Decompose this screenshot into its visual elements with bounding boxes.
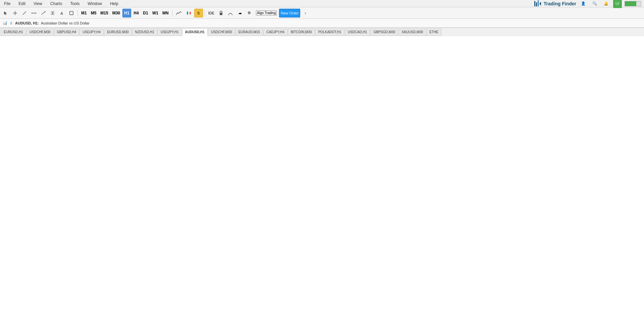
right-header: Trading Finder 👤 🔍 🔔 LV [534, 0, 641, 8]
algo-trading-btn[interactable]: Algo Trading [254, 9, 278, 17]
tab-gbpsgd-m30[interactable]: GBPSGD,M30 [370, 29, 398, 36]
hline-tool[interactable] [30, 9, 38, 17]
cloud-btn[interactable]: ☁ [235, 9, 244, 17]
text-tool[interactable]: A [58, 9, 66, 17]
tab-cadjpy-h4[interactable]: CADJPY,H4 [263, 29, 287, 36]
profile-icon[interactable]: 👤 [579, 0, 588, 8]
tab-usdjpy-h4[interactable]: USDJPY,H4 [79, 29, 104, 36]
symbol-name: AUDUSD, H1: [15, 21, 39, 25]
svg-point-11 [45, 11, 46, 12]
svg-rect-17 [70, 11, 73, 15]
svg-rect-0 [534, 1, 535, 6]
svg-point-9 [36, 12, 37, 13]
tab-xauusd-m30[interactable]: XAUUSD,M30 [398, 29, 426, 36]
signal-btn[interactable] [226, 9, 235, 17]
tab-gbpusd-h4[interactable]: GBPUSD,H4 [54, 29, 79, 36]
tab-ethe[interactable]: ETHE [426, 29, 441, 36]
algo-trading-label: Algo Trading [256, 10, 277, 15]
ide-btn[interactable]: IDE [207, 9, 216, 17]
tf-d1[interactable]: D1 [141, 9, 150, 17]
cursor-tool[interactable] [1, 9, 10, 17]
tf-w1[interactable]: W1 [151, 9, 160, 17]
brand-name: Trading Finder [544, 1, 576, 6]
chart-icon: 📊 [3, 21, 7, 25]
tab-nzdusd-h1[interactable]: NZDUSD,H1 [132, 29, 157, 36]
candle-icon: 🕯 [9, 21, 13, 25]
search-icon[interactable]: 🔍 [590, 0, 599, 8]
chart-type-line[interactable] [174, 9, 183, 17]
toolbar: A M1 M5 M15 M30 H1 H4 D1 W1 MN S IDE ☁ ⚙ [0, 7, 644, 19]
svg-rect-1 [536, 2, 537, 6]
crosshair-tool[interactable] [11, 9, 19, 17]
menu-charts[interactable]: Charts [49, 1, 63, 7]
menu-view[interactable]: View [32, 1, 44, 7]
line-tool[interactable] [20, 9, 29, 17]
tab-eurusd-m30[interactable]: EURUSD,M30 [104, 29, 131, 36]
tf-m5[interactable]: M5 [89, 9, 98, 17]
menu-bar: File Edit View Charts Tools Window Help … [0, 0, 644, 7]
menu-help[interactable]: Help [109, 1, 120, 7]
brand-icon [534, 0, 542, 8]
tf-mn[interactable]: MN [161, 9, 170, 17]
menu-window[interactable]: Window [86, 1, 103, 7]
chart-type-candle[interactable] [184, 9, 194, 17]
notification-icon[interactable]: 🔔 [602, 0, 610, 8]
svg-point-8 [32, 12, 33, 13]
svg-line-10 [42, 12, 45, 14]
tab-usdjpy-h1[interactable]: USDJPY,H1 [158, 29, 182, 36]
trendline-tool[interactable] [39, 9, 48, 17]
live-icon[interactable]: LV [613, 0, 622, 8]
brand-logo: Trading Finder [534, 0, 576, 8]
svg-rect-21 [190, 12, 191, 14]
tab-usdcad-h1[interactable]: USDCAD,H1 [345, 29, 370, 36]
new-order-label: New Order [281, 11, 299, 15]
tab-audusd-h1[interactable]: AUDUSD,H1 [182, 29, 208, 36]
tf-m15[interactable]: M15 [99, 9, 110, 17]
tf-h1[interactable]: H1 [122, 9, 131, 17]
svg-text:A: A [60, 11, 63, 15]
sep1 [77, 10, 78, 16]
more-btn[interactable]: › [301, 9, 310, 17]
tab-bitcoin-m30[interactable]: BITCOIN,M30 [288, 29, 315, 36]
tf-m1[interactable]: M1 [79, 9, 89, 17]
tab-usdchf-m30[interactable]: USDCHF,M30 [26, 29, 54, 36]
symbol-description: Australian Dollar vs US Dollar [41, 21, 90, 25]
shapes-tool[interactable] [67, 9, 76, 17]
lock-btn[interactable] [217, 9, 225, 17]
svg-rect-24 [220, 13, 222, 15]
svg-line-6 [23, 11, 26, 15]
new-order-btn[interactable]: New Order [279, 9, 300, 17]
svg-marker-3 [539, 2, 541, 6]
progress-bar [625, 1, 641, 6]
tab-usdchf-m30b[interactable]: USDCHF,M30 [208, 29, 235, 36]
fibo-tool[interactable] [48, 9, 57, 17]
tab-eurusd-h1[interactable]: EURUSD,H1 [1, 29, 26, 36]
menu-file[interactable]: File [3, 1, 12, 7]
menu-tools[interactable]: Tools [69, 1, 81, 7]
tf-m30[interactable]: M30 [111, 9, 122, 17]
menu-edit[interactable]: Edit [17, 1, 27, 7]
symbol-bar: 📊 🕯 AUDUSD, H1: Australian Dollar vs US … [0, 19, 644, 28]
svg-rect-18 [187, 12, 188, 14]
volume-btn[interactable]: S [194, 9, 203, 17]
sep2 [172, 10, 172, 16]
settings-gear-btn[interactable]: ⚙ [245, 9, 254, 17]
tab-polkadot-h1[interactable]: POLKADOT,H1 [315, 29, 344, 36]
sep3 [205, 10, 205, 16]
tf-h4[interactable]: H4 [132, 9, 141, 17]
tab-euraud-m15[interactable]: EURAUD,M15 [235, 29, 263, 36]
svg-rect-2 [538, 0, 539, 6]
bottom-tabs: EURUSD,H1 USDCHF,M30 GBPUSD,H4 USDJPY,H4… [0, 28, 644, 36]
